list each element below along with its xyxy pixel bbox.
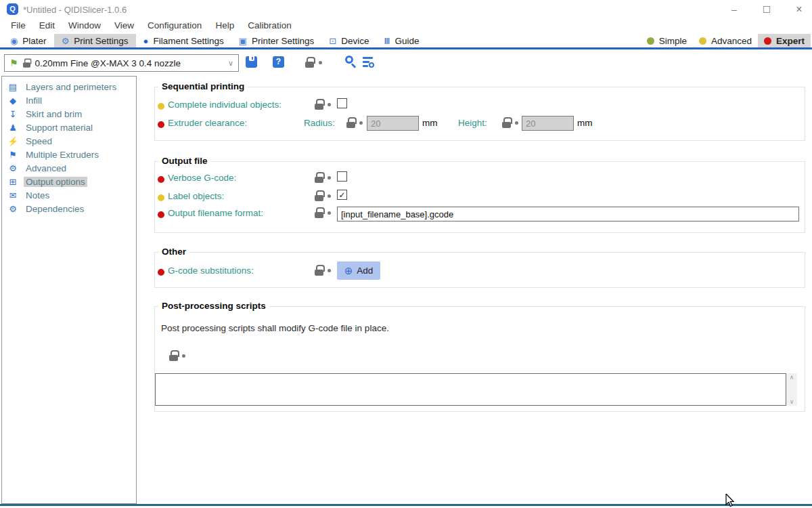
lock-icon[interactable]	[305, 57, 314, 68]
tab-plater[interactable]: ◉ Plater	[3, 34, 54, 47]
scroll-down-icon[interactable]: ∨	[790, 398, 794, 406]
save-preset-button[interactable]	[246, 56, 257, 68]
mode-expert[interactable]: Expert	[758, 34, 811, 47]
lock-icon[interactable]	[315, 207, 323, 218]
add-substitution-button[interactable]: ⊕ Add	[337, 261, 380, 280]
sidebar-item-dependencies[interactable]: ⚙ Dependencies	[2, 202, 136, 215]
minimize-button[interactable]: –	[727, 3, 742, 16]
post-processing-note: Post processing scripts shall modify G-c…	[161, 323, 389, 333]
lock-icon[interactable]	[346, 117, 355, 128]
mouse-cursor	[725, 494, 735, 508]
scrollbar[interactable]: ∧ ∨	[786, 373, 797, 406]
sidebar-item-label: Advanced	[24, 163, 68, 173]
height-input[interactable]	[522, 116, 574, 131]
infill-icon: ◆	[7, 96, 18, 106]
verbose-gcode-checkbox[interactable]	[337, 171, 347, 182]
height-unit: mm	[577, 118, 593, 128]
help-button[interactable]: ?	[273, 56, 284, 68]
sidebar-item-label: Notes	[24, 190, 51, 200]
lock-icon[interactable]	[315, 99, 323, 110]
compare-presets-button[interactable]	[363, 56, 374, 68]
tab-filament-settings[interactable]: ● Filament Settings	[136, 34, 231, 47]
plater-icon: ◉	[10, 36, 18, 46]
revert-dot-icon	[328, 176, 331, 179]
tab-label: Plater	[22, 36, 46, 46]
tab-printer-settings[interactable]: ▣ Printer Settings	[231, 34, 322, 47]
output-filename-input[interactable]	[337, 207, 799, 221]
mode-advanced[interactable]: Advanced	[693, 34, 758, 47]
lock-icon[interactable]	[315, 172, 323, 183]
lock-icon[interactable]	[315, 190, 323, 201]
sidebar-item-layers-and-perimeters[interactable]: ▤ Layers and perimeters	[2, 80, 136, 93]
tab-device[interactable]: ⊡ Device	[321, 34, 376, 47]
app-logo-icon: Q	[7, 3, 18, 15]
guide-icon: Ⅲ	[384, 36, 390, 46]
menu-calibration[interactable]: Calibration	[241, 19, 298, 34]
sidebar-item-support-material[interactable]: ♟ Support material	[2, 121, 136, 134]
radius-input[interactable]	[367, 116, 419, 131]
tab-print-settings[interactable]: ⚙ Print Settings	[54, 34, 136, 47]
close-button[interactable]: ×	[792, 3, 807, 16]
lock-icon[interactable]	[169, 350, 178, 361]
sidebar-item-output-options[interactable]: ⊞ Output options	[2, 175, 136, 188]
preset-lock-icon	[23, 58, 30, 68]
post-processing-scripts-textarea[interactable]	[155, 373, 786, 406]
system-value-dot-icon	[158, 194, 164, 201]
mode-label: Advanced	[711, 36, 752, 46]
modified-value-dot-icon	[158, 211, 164, 218]
section-title: Sequential printing	[158, 81, 248, 91]
sidebar-item-label: Dependencies	[24, 204, 86, 214]
complete-objects-checkbox[interactable]	[337, 98, 347, 108]
menu-configuration[interactable]: Configuration	[141, 19, 208, 34]
radius-unit: mm	[422, 118, 438, 128]
preset-combobox[interactable]: ⚑ 0.20mm Fine @X-MAX 3 0.4 nozzle ∨	[4, 54, 239, 72]
skirt-icon: ↧	[7, 109, 18, 119]
sidebar-item-label: Skirt and brim	[24, 109, 84, 119]
tab-label: Print Settings	[74, 36, 128, 46]
revert-dot-icon	[328, 211, 331, 215]
tab-bar: ◉ Plater ⚙ Print Settings ● Filament Set…	[0, 34, 812, 49]
menu-bar: File Edit Window View Configuration Help…	[0, 19, 298, 34]
extruders-icon: ⚑	[7, 150, 18, 160]
maximize-button[interactable]: ☐	[759, 3, 774, 16]
modified-value-dot-icon	[158, 269, 164, 276]
sidebar-item-skirt-and-brim[interactable]: ↧ Skirt and brim	[2, 107, 136, 121]
advanced-icon: ⚙	[7, 163, 18, 173]
menu-window[interactable]: Window	[62, 19, 108, 34]
add-button-label: Add	[357, 266, 373, 276]
checkmark-icon: ✓	[338, 190, 345, 200]
sidebar-item-speed[interactable]: ⚡ Speed	[2, 134, 136, 148]
revert-dot-icon	[182, 354, 185, 358]
window-title: *Untitled - QIDISlicer-1.0.6	[23, 5, 127, 15]
label-objects-checkbox[interactable]: ✓	[337, 190, 347, 200]
lock-icon[interactable]	[315, 265, 323, 276]
mode-simple[interactable]: Simple	[641, 34, 693, 47]
tab-guide[interactable]: Ⅲ Guide	[377, 34, 427, 47]
label-objects-label: Label objects:	[168, 191, 224, 201]
sidebar-item-notes[interactable]: ✉ Notes	[2, 188, 136, 202]
radius-label: Radius:	[304, 118, 335, 128]
revert-dot-icon	[515, 121, 518, 125]
preset-flag-icon: ⚑	[9, 58, 18, 68]
lock-icon[interactable]	[502, 117, 511, 128]
scroll-up-icon[interactable]: ∧	[790, 373, 794, 381]
plus-circle-icon: ⊕	[344, 266, 353, 276]
tab-label: Filament Settings	[153, 36, 223, 46]
filament-icon: ●	[143, 36, 149, 46]
menu-help[interactable]: Help	[208, 19, 241, 34]
expert-mode-dot-icon	[764, 37, 771, 45]
sidebar-item-label: Output options	[24, 177, 87, 187]
section-post-processing-scripts: Post-processing scripts Post processing …	[154, 306, 805, 412]
search-button[interactable]	[345, 56, 353, 64]
complete-objects-label: Complete individual objects:	[168, 100, 281, 110]
menu-edit[interactable]: Edit	[32, 19, 62, 34]
sidebar-item-advanced[interactable]: ⚙ Advanced	[2, 161, 136, 175]
sidebar-item-infill[interactable]: ◆ Infill	[2, 93, 136, 107]
menu-file[interactable]: File	[4, 19, 32, 34]
sidebar-item-multiple-extruders[interactable]: ⚑ Multiple Extruders	[2, 148, 136, 161]
mode-selector: Simple Advanced Expert	[641, 34, 812, 47]
revert-dot-icon	[359, 121, 363, 125]
extruder-clearance-label: Extruder clearance:	[168, 118, 247, 128]
revert-dot-icon	[328, 194, 331, 198]
menu-view[interactable]: View	[108, 19, 141, 34]
